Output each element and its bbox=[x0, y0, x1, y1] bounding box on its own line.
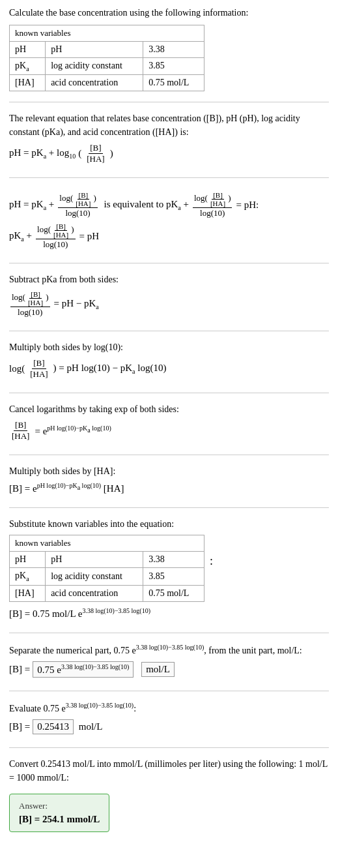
row-value: 3.38 bbox=[143, 552, 204, 568]
row-name: acid concentration bbox=[46, 586, 143, 602]
section9-text: Evaluate 0.75 e3.38 log(10)−3.85 log(10)… bbox=[9, 700, 329, 715]
answer-value: [B] = 254.1 mmol/L bbox=[19, 814, 100, 825]
section1-text: The relevant equation that relates base … bbox=[9, 112, 329, 139]
section3-label: Subtract pKa from both sides: bbox=[9, 273, 329, 286]
section7-label: Substitute known variables into the equa… bbox=[9, 517, 329, 531]
row-value: 0.75 mol/L bbox=[143, 586, 204, 602]
section-equivalence: pH = pKa + log([B][HA]) log(10) is equiv… bbox=[9, 177, 329, 263]
evaluated-box: 0.25413 bbox=[33, 719, 74, 734]
table-row: [HA] acid concentration 0.75 mol/L bbox=[10, 586, 204, 602]
table-row: pKa log acidity constant 3.85 bbox=[10, 568, 204, 586]
row-name: acid concentration bbox=[46, 75, 143, 91]
section-evaluate: Evaluate 0.75 e3.38 log(10)−3.85 log(10)… bbox=[9, 691, 329, 747]
eq-substituted: [B] = 0.75 mol/L e3.38 log(10)−3.85 log(… bbox=[9, 607, 329, 620]
section-multiply-log10: Multiply both sides by log(10): log( [B]… bbox=[9, 331, 329, 393]
row-name: pH bbox=[46, 41, 143, 57]
eq-line-2: pKa + log([B][HA]) log(10) = pH bbox=[9, 222, 329, 250]
intro-text: Calculate the base concentration using t… bbox=[9, 7, 329, 20]
table-row: pKa log acidity constant 3.85 bbox=[10, 57, 204, 75]
answer-label: Answer: bbox=[19, 801, 100, 811]
row-name: log acidity constant bbox=[46, 568, 143, 586]
section8-text: Separate the numerical part, 0.75 e3.38 … bbox=[9, 642, 329, 657]
eq-multiply-ha: [B] = epH log(10)−pKa log(10) [HA] bbox=[9, 482, 329, 494]
table-row: pH pH 3.38 bbox=[10, 41, 204, 57]
row-name: log acidity constant bbox=[46, 57, 143, 75]
eq-exp: [B] [HA] = epH log(10)−pKa log(10) bbox=[9, 420, 329, 441]
section-relevant-equation: The relevant equation that relates base … bbox=[9, 102, 329, 177]
eq-subtract: log([B][HA]) log(10) = pH − pKa bbox=[9, 290, 329, 318]
row-symbol: [HA] bbox=[10, 75, 46, 91]
section-multiply-ha: Multiply both sides by [HA]: [B] = epH l… bbox=[9, 455, 329, 507]
row-symbol: pKa bbox=[10, 568, 46, 586]
eq-line-1: pH = pKa + log([B][HA]) log(10) is equiv… bbox=[9, 191, 329, 218]
row-value: 0.75 mol/L bbox=[143, 75, 204, 91]
row-name: pH bbox=[46, 552, 143, 568]
section-convert: Convert 0.25413 mol/L into mmol/L (milli… bbox=[9, 747, 329, 841]
table2-header-label: known variables bbox=[10, 535, 204, 552]
row-value: 3.85 bbox=[143, 57, 204, 75]
known-variables-table-2: known variables pH pH 3.38 pKa log acidi… bbox=[9, 535, 204, 602]
row-symbol: [HA] bbox=[10, 586, 46, 602]
row-symbol: pKa bbox=[10, 57, 46, 75]
numerical-part-box: 0.75 e3.38 log(10)−3.85 log(10) bbox=[33, 661, 134, 678]
table-header-row: known variables bbox=[10, 25, 204, 41]
section-cancel-log: Cancel logarithms by taking exp of both … bbox=[9, 393, 329, 455]
eq-multiply: log( [B] [HA] ) = pH log(10) − pKa log(1… bbox=[9, 358, 329, 380]
colon-separator: : bbox=[210, 554, 213, 568]
row-value: 3.85 bbox=[143, 568, 204, 586]
equation-henderson: pH = pKa + log10 ( [B] [HA] ) bbox=[9, 143, 329, 164]
section-separate: Separate the numerical part, 0.75 e3.38 … bbox=[9, 633, 329, 691]
table-header-label: known variables bbox=[10, 25, 204, 41]
section6-label: Multiply both sides by [HA]: bbox=[9, 464, 329, 478]
unit-part-box: mol/L bbox=[141, 662, 175, 677]
eq-evaluated: [B] = 0.25413 mol/L bbox=[9, 719, 329, 734]
row-symbol: pH bbox=[10, 41, 46, 57]
eq-separated: [B] = 0.75 e3.38 log(10)−3.85 log(10) mo… bbox=[9, 661, 329, 678]
section-subtract-pka: Subtract pKa from both sides: log([B][HA… bbox=[9, 263, 329, 331]
section10-text: Convert 0.25413 mol/L into mmol/L (milli… bbox=[9, 757, 329, 785]
row-symbol: pH bbox=[10, 552, 46, 568]
table-row: pH pH 3.38 bbox=[10, 552, 204, 568]
row-value: 3.38 bbox=[143, 41, 204, 57]
section-substitute: Substitute known variables into the equa… bbox=[9, 507, 329, 633]
known-variables-table-1: known variables pH pH 3.38 pKa log acidi… bbox=[9, 25, 204, 92]
answer-box: Answer: [B] = 254.1 mmol/L bbox=[9, 794, 109, 832]
table-row: [HA] acid concentration 0.75 mol/L bbox=[10, 75, 204, 91]
section5-label: Cancel logarithms by taking exp of both … bbox=[9, 402, 329, 416]
table-header-row: known variables bbox=[10, 535, 204, 552]
section4-label: Multiply both sides by log(10): bbox=[9, 340, 329, 354]
